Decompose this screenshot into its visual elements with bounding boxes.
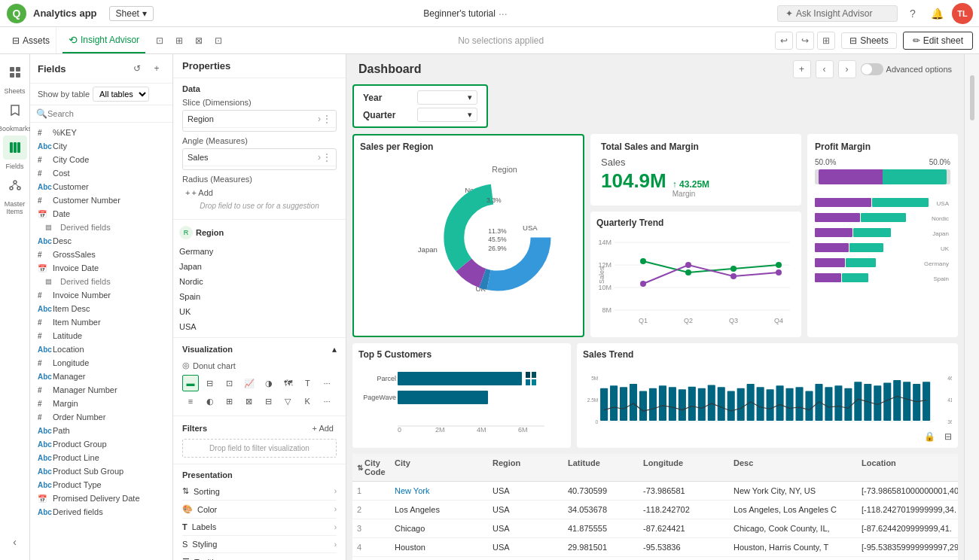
next-button[interactable]: › xyxy=(838,60,856,78)
list-item[interactable]: AbcProduct Group xyxy=(30,437,172,451)
list-item[interactable]: 📅Promised Delivery Date xyxy=(30,492,172,505)
toggle-switch[interactable] xyxy=(861,63,883,75)
sidebar-fields-icon[interactable] xyxy=(3,135,27,160)
list-item[interactable]: AbcProduct Type xyxy=(30,478,172,492)
table-row[interactable]: 1 New York USA 40.730599 -73.986581 New … xyxy=(352,482,958,501)
region-germany[interactable]: Germany xyxy=(173,244,346,259)
list-item[interactable]: #Item Number xyxy=(30,315,172,329)
viz-more-icon[interactable]: ··· xyxy=(319,375,335,391)
viz-collapse-icon[interactable]: ▴ xyxy=(332,344,337,355)
table-row[interactable]: 4 Houston USA 29.981501 -95.53836 Housto… xyxy=(352,538,958,557)
tutorial-button[interactable]: Beginner's tutorial ··· xyxy=(423,8,507,20)
tooltip-item[interactable]: ☰Tooltip › xyxy=(182,553,337,560)
add-chart-button[interactable]: + xyxy=(793,60,811,78)
edit-sheet-button[interactable]: ✏ Edit sheet xyxy=(903,32,973,50)
refresh-icon[interactable]: ↺ xyxy=(129,60,145,77)
region-field[interactable]: Region xyxy=(188,114,318,123)
sales-dots-icon[interactable]: ⋮ xyxy=(322,152,331,163)
viz-kpi-icon[interactable]: K xyxy=(299,393,316,409)
table-icon[interactable]: ⊟ xyxy=(944,431,952,442)
list-item[interactable]: #Margin xyxy=(30,397,172,410)
advanced-toggle[interactable]: Advanced options xyxy=(861,63,952,75)
viz-extra-icon[interactable]: ··· xyxy=(319,393,335,409)
add-filter-button[interactable]: + Add xyxy=(310,422,337,434)
sidebar-collapse-icon[interactable]: ‹ xyxy=(3,530,27,554)
table-select[interactable]: All tables xyxy=(93,87,149,102)
search-input[interactable] xyxy=(47,109,166,118)
ask-insight-button[interactable]: ✦ Ask Insight Advisor xyxy=(777,5,898,22)
list-item[interactable]: AbcDerived fields xyxy=(30,505,172,519)
sales-field[interactable]: Sales xyxy=(188,153,318,162)
list-item[interactable]: AbcPath xyxy=(30,424,172,437)
sidebar-sheets-icon[interactable] xyxy=(3,60,27,84)
help-button[interactable]: ? xyxy=(904,5,922,23)
list-item[interactable]: #%KEY xyxy=(30,126,172,139)
viz-text-icon[interactable]: T xyxy=(299,375,316,391)
table-row[interactable]: 2 Los Angeles USA 34.053678 -118.242702 … xyxy=(352,501,958,519)
list-item[interactable]: AbcManager xyxy=(30,370,172,383)
add-field-icon[interactable]: + xyxy=(148,60,165,77)
sheets-button[interactable]: ⊟ Sheets xyxy=(841,32,896,49)
list-item[interactable]: AbcCity xyxy=(30,139,172,153)
list-item[interactable]: #Order Number xyxy=(30,410,172,424)
list-item[interactable]: #Manager Number xyxy=(30,383,172,397)
viz-pie-icon[interactable]: ◑ xyxy=(261,375,277,391)
list-item[interactable]: AbcLocation xyxy=(30,342,172,356)
toolbar-icon-3[interactable]: ⊠ xyxy=(191,32,207,49)
prev-button[interactable]: ‹ xyxy=(816,60,834,78)
assets-button[interactable]: ⊟ Assets xyxy=(6,27,56,53)
year-dropdown[interactable]: ▾ xyxy=(417,90,477,105)
region-uk[interactable]: UK xyxy=(173,304,346,319)
viz-line-icon[interactable]: 📈 xyxy=(241,375,258,391)
table-row[interactable]: 5 Philadelphia USA 39.952335 -75.163789 … xyxy=(352,557,958,560)
list-item[interactable]: AbcDesc xyxy=(30,234,172,248)
quarter-dropdown[interactable]: ▾ xyxy=(417,108,477,122)
viz-map-icon[interactable]: 🗺 xyxy=(279,375,296,391)
list-item[interactable]: ▤Derived fields xyxy=(30,221,172,234)
insight-advisor-tab[interactable]: ⟲ Insight Advisor xyxy=(63,27,145,53)
toolbar-icon-2[interactable]: ⊞ xyxy=(171,32,188,49)
styling-item[interactable]: SStyling › xyxy=(182,536,337,553)
region-japan[interactable]: Japan xyxy=(173,259,346,274)
sheet-dropdown[interactable]: Sheet ▾ xyxy=(109,6,154,21)
toolbar-icon-1[interactable]: ⊡ xyxy=(151,32,168,49)
list-item[interactable]: AbcItem Desc xyxy=(30,302,172,315)
viz-table-icon[interactable]: ⊟ xyxy=(202,375,218,391)
labels-item[interactable]: TLabels › xyxy=(182,519,337,536)
list-item[interactable]: #Invoice Number xyxy=(30,288,172,302)
grid-button[interactable]: ⊞ xyxy=(817,32,835,50)
list-item[interactable]: AbcProduct Sub Group xyxy=(30,464,172,478)
viz-bar-icon[interactable]: ▬ xyxy=(182,375,199,391)
list-item[interactable]: #Latitude xyxy=(30,329,172,342)
viz-gauge-icon[interactable]: ◐ xyxy=(202,393,218,409)
add-radius-button[interactable]: ++ Add xyxy=(182,187,337,199)
list-item[interactable]: #Customer Number xyxy=(30,193,172,207)
viz-funnel-icon[interactable]: ▽ xyxy=(279,393,296,409)
viz-scatter-icon[interactable]: ⊡ xyxy=(221,375,238,391)
redo-button[interactable]: ↪ xyxy=(796,32,814,50)
undo-button[interactable]: ↩ xyxy=(775,32,793,50)
list-item[interactable]: 📅Date xyxy=(30,207,172,221)
table-row[interactable]: 3 Chicago USA 41.875555 -87.624421 Chica… xyxy=(352,519,958,538)
list-item[interactable]: AbcCustomer xyxy=(30,180,172,193)
scrollbar-thumb[interactable] xyxy=(970,75,974,120)
region-usa[interactable]: USA xyxy=(173,319,346,334)
sorting-item[interactable]: ⇅Sorting › xyxy=(182,482,337,501)
color-item[interactable]: 🎨Color › xyxy=(182,501,337,519)
toolbar-icon-4[interactable]: ⊡ xyxy=(210,32,227,49)
region-nordic[interactable]: Nordic xyxy=(173,274,346,289)
filter-drop-zone[interactable]: Drop field to filter visualization xyxy=(182,439,337,458)
sidebar-master-icon[interactable] xyxy=(3,173,27,197)
list-item[interactable]: ▤Derived fields xyxy=(30,275,172,288)
region-dots-icon[interactable]: ⋮ xyxy=(322,114,331,124)
notifications-button[interactable]: 🔔 xyxy=(928,5,946,23)
list-item[interactable]: #City Code xyxy=(30,153,172,166)
list-item[interactable]: #GrossSales xyxy=(30,248,172,261)
sidebar-bookmarks-icon[interactable] xyxy=(3,98,27,122)
list-item[interactable]: #Longitude xyxy=(30,356,172,370)
region-spain[interactable]: Spain xyxy=(173,289,346,304)
region-arrow-icon[interactable]: › xyxy=(318,114,321,124)
viz-waterfall-icon[interactable]: ⊞ xyxy=(221,393,238,409)
viz-treemap-icon[interactable]: ⊟ xyxy=(261,393,277,409)
viz-heat-icon[interactable]: ⊠ xyxy=(241,393,258,409)
